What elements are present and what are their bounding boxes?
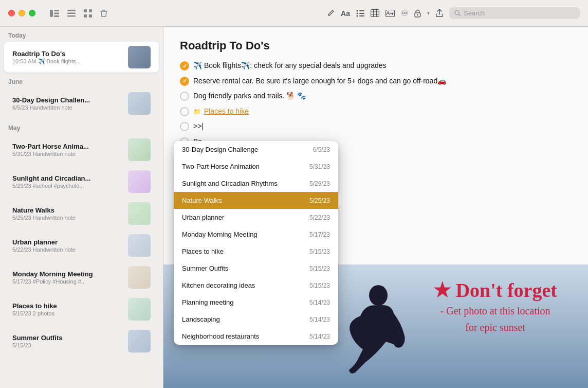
svg-rect-5 [67, 12, 76, 14]
table-icon[interactable] [371, 9, 379, 17]
svg-rect-10 [89, 14, 92, 17]
maximize-button[interactable] [29, 10, 35, 16]
note-item-title: Summer Outfits [12, 334, 123, 342]
dropdown-note-item[interactable]: Summer Outfits5/15/23 [174, 260, 338, 277]
font-icon[interactable]: Aa [341, 9, 350, 17]
format-list-icon[interactable] [356, 10, 364, 17]
dropdown-item-name: Urban planner [182, 214, 224, 221]
note-text-block: Monday Morning Meeting5/17/23 #Policy #H… [12, 270, 123, 285]
note-item-title: Two-Part Horse Anima... [12, 143, 123, 150]
note-item-subtitle: 5/31/23 Handwritten note [12, 151, 123, 157]
dropdown-note-item[interactable]: 30-Day Design Challenge6/5/23 [174, 141, 338, 158]
note-thumbnail [128, 330, 151, 352]
dropdown-note-item[interactable]: Planning meeting5/14/23 [174, 294, 338, 311]
note-item-title: Nature Walks [12, 206, 123, 214]
content-area: Roadtrip To Do's ✈️ Book flights✈️: chec… [163, 27, 588, 388]
dropdown-item-name: Summer Outfits [182, 264, 228, 272]
note-item-title: 30-Day Design Challen... [12, 96, 123, 104]
dropdown-item-date: 5/22/23 [309, 214, 330, 221]
dropdown-note-item[interactable]: Two-Part Horse Animation5/31/23 [174, 158, 338, 175]
note-text-block: Sunlight and Circadian...5/29/23 #school… [12, 174, 123, 189]
new-note-icon[interactable] [326, 9, 335, 17]
minimize-button[interactable] [19, 10, 25, 16]
person-silhouette [329, 275, 422, 378]
dropdown-note-item[interactable]: Sunlight and Circadian Rhythms5/29/23 [174, 175, 338, 192]
dropdown-item-date: 5/17/23 [309, 231, 330, 238]
note-thumbnail [128, 170, 151, 193]
note-list-item[interactable]: Sunlight and Circadian...5/29/23 #school… [4, 166, 159, 197]
chevron-down-icon[interactable]: ▾ [427, 10, 430, 16]
checkbox-1[interactable] [180, 61, 189, 70]
list-view-icon[interactable] [67, 10, 76, 17]
checklist-text-1: ✈️ Book flights✈️: check for any special… [193, 61, 387, 71]
dropdown-item-name: Kitchen decorating ideas [182, 281, 255, 289]
checklist-item-5: >>| [180, 121, 572, 132]
note-thumbnail [128, 266, 151, 289]
checklist-item-1: ✈️ Book flights✈️: check for any special… [180, 61, 572, 71]
dropdown-item-date: 5/14/23 [309, 299, 330, 306]
checkbox-3[interactable] [180, 92, 189, 101]
sidebar-toggle-icon[interactable] [50, 10, 59, 17]
dropdown-note-item[interactable]: Landscaping5/14/23 [174, 311, 338, 328]
svg-point-15 [357, 15, 358, 16]
collaboration-icon[interactable]: ♾ [401, 8, 408, 18]
lock-icon[interactable] [414, 9, 421, 17]
note-list-item[interactable]: Places to hike5/15/23 2 photos [4, 294, 159, 325]
note-item-subtitle: 5/17/23 #Policy #Housing #... [12, 278, 123, 285]
note-link-dropdown[interactable]: 30-Day Design Challenge6/5/23Two-Part Ho… [174, 141, 338, 345]
svg-rect-6 [67, 15, 76, 17]
titlebar: Aa [0, 0, 588, 27]
grid-view-icon[interactable] [84, 9, 92, 17]
dropdown-note-item[interactable]: Places to hike5/15/23 [174, 243, 338, 260]
note-item-title: Sunlight and Circadian... [12, 174, 123, 182]
note-item-subtitle: 5/22/23 Handwritten note [12, 246, 123, 253]
dropdown-note-item[interactable]: Kitchen decorating ideas5/15/23 [174, 277, 338, 294]
handwritten-line3: for epic sunset [433, 320, 557, 334]
dropdown-note-item[interactable]: Urban planner5/22/23 [174, 209, 338, 226]
note-list-item[interactable]: Roadtrip To Do's10:53 AM ✈️ Book flights… [4, 42, 159, 73]
svg-rect-7 [84, 9, 87, 12]
note-thumbnail [128, 298, 151, 321]
note-item-subtitle: 5/15/23 2 photos [12, 310, 123, 316]
search-bar[interactable] [449, 7, 580, 19]
dropdown-note-item[interactable]: Monday Morning Meeting5/17/23 [174, 226, 338, 243]
note-list-item[interactable]: 30-Day Design Challen...6/5/23 Handwritt… [4, 88, 159, 119]
note-thumbnail [128, 92, 151, 115]
svg-point-11 [357, 10, 358, 11]
media-icon[interactable] [385, 10, 395, 17]
handwritten-line1: ★ Don't forget [433, 280, 557, 302]
handwritten-text-block: ★ Don't forget - Get photo at this locat… [433, 280, 557, 334]
checkbox-4[interactable] [180, 107, 189, 116]
note-item-title: Places to hike [12, 302, 123, 310]
checklist-text-3: Dog friendly parks and trails. 🐕 🐾 [193, 91, 306, 101]
svg-rect-2 [54, 12, 59, 14]
search-input[interactable] [464, 9, 575, 17]
note-thumbnail [128, 138, 151, 161]
sidebar-section-label: Today [0, 27, 163, 41]
dropdown-item-date: 5/15/23 [309, 282, 330, 289]
dropdown-note-item[interactable]: Nature Walks5/25/23 [174, 192, 338, 209]
dropdown-item-name: Two-Part Horse Animation [182, 163, 260, 170]
delete-icon[interactable] [100, 9, 107, 17]
checkbox-2[interactable] [180, 77, 189, 86]
checkbox-5[interactable] [180, 122, 189, 131]
handwritten-line2: - Get photo at this location [433, 304, 557, 318]
checklist-text-5: >>| [193, 121, 204, 132]
share-icon[interactable] [436, 9, 443, 17]
dropdown-note-item[interactable]: Neighborhood restaurants5/14/23 [174, 328, 338, 345]
note-list-item[interactable]: Urban planner5/22/23 Handwritten note [4, 230, 159, 261]
note-list-item[interactable]: Summer Outfits5/15/23 [4, 326, 159, 357]
sidebar: TodayRoadtrip To Do's10:53 AM ✈️ Book fl… [0, 27, 163, 388]
svg-rect-3 [54, 15, 59, 17]
note-list-item[interactable]: Two-Part Horse Anima...5/31/23 Handwritt… [4, 134, 159, 165]
note-item-subtitle: 6/5/23 Handwritten note [12, 104, 123, 111]
note-list-item[interactable]: Nature Walks5/25/23 Handwritten note [4, 198, 159, 229]
folder-icon: 📁 [193, 108, 201, 115]
dropdown-item-date: 5/14/23 [309, 333, 330, 340]
svg-rect-8 [89, 9, 92, 12]
note-list-item[interactable]: Monday Morning Meeting5/17/23 #Policy #H… [4, 262, 159, 293]
note-text-block: Summer Outfits5/15/23 [12, 334, 123, 348]
places-to-hike-link[interactable]: Places to hike [204, 107, 249, 115]
close-button[interactable] [8, 10, 15, 16]
note-item-subtitle: 5/15/23 [12, 342, 123, 348]
